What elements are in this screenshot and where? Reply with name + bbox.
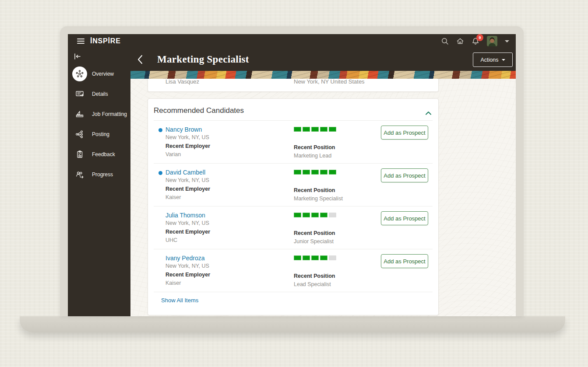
candidate-row: Ivany PedrozaNew York, NY, USRecent Empl… bbox=[148, 249, 438, 292]
feedback-icon bbox=[72, 147, 87, 162]
recent-employer-label: Recent Employer bbox=[165, 186, 294, 192]
sidebar-item-label: Details bbox=[92, 91, 108, 97]
recent-employer-value: Varian bbox=[165, 151, 294, 157]
sidebar-nav: OverviewDetailsJob FormattingPostingFeed… bbox=[68, 64, 130, 185]
candidate-location: New York, NY, US bbox=[165, 220, 294, 227]
add-as-prospect-button[interactable]: Add as Prospect bbox=[381, 126, 428, 140]
recent-position-label: Recent Position bbox=[294, 144, 381, 150]
match-rating-bars bbox=[294, 213, 381, 217]
show-all-items-link[interactable]: Show All Items bbox=[161, 297, 198, 304]
laptop-frame: İNSPİRE 9 bbox=[60, 26, 524, 316]
back-chevron-icon[interactable] bbox=[137, 55, 144, 64]
rating-segment-filled bbox=[311, 127, 319, 132]
rating-segment-filled bbox=[303, 170, 310, 175]
rating-segment-filled bbox=[303, 127, 310, 132]
actions-button[interactable]: Actions bbox=[473, 52, 513, 67]
app-screen: İNSPİRE 9 bbox=[68, 34, 516, 316]
match-rating-bars bbox=[294, 127, 381, 132]
recent-position-label: Recent Position bbox=[294, 230, 381, 236]
job-formatting-icon bbox=[72, 107, 87, 122]
add-as-prospect-button[interactable]: Add as Prospect bbox=[381, 168, 428, 182]
candidate-identity: Nancy BrownNew York, NY, US bbox=[165, 126, 294, 143]
match-rating-wrap bbox=[294, 170, 381, 187]
recent-employer-label: Recent Employer bbox=[165, 229, 294, 235]
sidebar-item-label: Progress bbox=[92, 171, 113, 178]
card-footer: Show All Items bbox=[148, 292, 438, 315]
candidate-match-column: Recent PositionLead Specialist bbox=[294, 254, 381, 287]
rating-segment-filled bbox=[329, 127, 336, 132]
recent-position-value: Junior Specialist bbox=[294, 238, 381, 245]
previous-candidate-location: New York, NY United States bbox=[294, 78, 438, 91]
candidate-row: Nancy BrownNew York, NY, USRecent Employ… bbox=[148, 121, 438, 163]
match-rating-wrap bbox=[294, 213, 381, 230]
decorative-banner bbox=[130, 71, 516, 79]
candidate-match-column: Recent PositionMarketing Specialist bbox=[294, 168, 381, 202]
home-icon[interactable] bbox=[456, 37, 464, 45]
sidebar-item-overview[interactable]: Overview bbox=[68, 64, 130, 84]
sidebar-item-progress[interactable]: Progress bbox=[68, 164, 130, 185]
recent-employer-value: UHC bbox=[165, 237, 294, 243]
sidebar-item-job-formatting[interactable]: Job Formatting bbox=[68, 104, 130, 124]
notification-count-badge: 9 bbox=[476, 34, 483, 41]
user-avatar[interactable] bbox=[487, 36, 497, 46]
collapse-section-chevron-up-icon[interactable] bbox=[425, 109, 432, 113]
recent-position-value: Marketing Specialist bbox=[294, 196, 381, 202]
rating-segment-empty bbox=[329, 255, 336, 260]
candidate-info-column: David CambellNew York, NY, USRecent Empl… bbox=[165, 168, 294, 202]
hamburger-menu-icon[interactable] bbox=[77, 37, 85, 45]
user-menu-chevron-down-icon[interactable] bbox=[505, 40, 509, 42]
candidate-name-link[interactable]: Nancy Brown bbox=[165, 126, 202, 133]
add-as-prospect-button[interactable]: Add as Prospect bbox=[381, 254, 428, 268]
search-icon[interactable] bbox=[441, 37, 449, 45]
sidebar-item-posting[interactable]: Posting bbox=[68, 124, 130, 144]
candidate-action-column: Add as Prospect bbox=[381, 211, 428, 245]
sidebar-item-label: Feedback bbox=[92, 151, 115, 157]
sidebar-item-feedback[interactable]: Feedback bbox=[68, 144, 130, 164]
rating-segment-filled bbox=[294, 213, 301, 217]
candidate-match-column: Recent PositionMarketing Lead bbox=[294, 126, 381, 159]
actions-caret-down-icon bbox=[502, 59, 505, 61]
rating-segment-filled bbox=[320, 127, 327, 132]
sidebar-item-label: Posting bbox=[92, 131, 109, 137]
candidate-name-link[interactable]: Ivany Pedroza bbox=[165, 255, 205, 262]
rating-segment-filled bbox=[320, 170, 327, 175]
recent-position-value: Marketing Lead bbox=[294, 153, 381, 159]
posting-icon bbox=[72, 127, 87, 142]
recent-employer-label: Recent Employer bbox=[165, 272, 294, 278]
app-logo: İNSPİRE bbox=[90, 37, 121, 45]
progress-icon bbox=[72, 167, 87, 182]
sidebar-item-details[interactable]: Details bbox=[68, 84, 130, 104]
rating-segment-filled bbox=[329, 170, 336, 175]
section-title: Recommended Candidates bbox=[154, 106, 244, 115]
add-as-prospect-button[interactable]: Add as Prospect bbox=[381, 211, 428, 225]
candidate-name-link[interactable]: Julia Thomson bbox=[165, 212, 205, 219]
topbar-actions: 9 bbox=[441, 34, 509, 48]
candidate-name-link[interactable]: David Cambell bbox=[165, 169, 205, 176]
rating-segment-filled bbox=[294, 255, 301, 260]
candidate-row: David CambellNew York, NY, USRecent Empl… bbox=[148, 164, 438, 206]
rating-segment-filled bbox=[311, 170, 319, 175]
candidate-row: Julia ThomsonNew York, NY, USRecent Empl… bbox=[148, 206, 438, 249]
sidebar-item-label: Overview bbox=[92, 71, 114, 77]
actions-button-label: Actions bbox=[481, 57, 499, 63]
overview-icon bbox=[72, 66, 87, 81]
notifications-bell-icon[interactable]: 9 bbox=[472, 37, 479, 45]
candidate-info-column: Julia ThomsonNew York, NY, USRecent Empl… bbox=[165, 211, 294, 245]
recommended-candidates-card: Recommended Candidates Nancy BrownNew Yo… bbox=[148, 98, 439, 315]
unread-indicator-dot bbox=[158, 171, 162, 175]
sidebar-item-label: Job Formatting bbox=[92, 111, 127, 117]
candidate-identity: Ivany PedrozaNew York, NY, US bbox=[165, 254, 294, 272]
candidate-location: New York, NY, US bbox=[165, 177, 294, 184]
details-icon bbox=[72, 87, 87, 101]
candidate-action-column: Add as Prospect bbox=[381, 254, 428, 287]
candidate-match-column: Recent PositionJunior Specialist bbox=[294, 211, 381, 245]
section-header: Recommended Candidates bbox=[148, 99, 438, 120]
match-rating-bars bbox=[294, 255, 381, 260]
rating-segment-empty bbox=[329, 213, 336, 217]
candidate-info-column: Nancy BrownNew York, NY, USRecent Employ… bbox=[165, 126, 294, 159]
recent-employer-value: Kaiser bbox=[165, 194, 294, 200]
rating-segment-filled bbox=[294, 170, 301, 175]
collapse-sidebar-icon[interactable] bbox=[73, 52, 82, 60]
main-area: Marketing Specialist Actions Lisa Vasque… bbox=[130, 48, 516, 316]
page-header: Marketing Specialist Actions bbox=[130, 48, 516, 71]
